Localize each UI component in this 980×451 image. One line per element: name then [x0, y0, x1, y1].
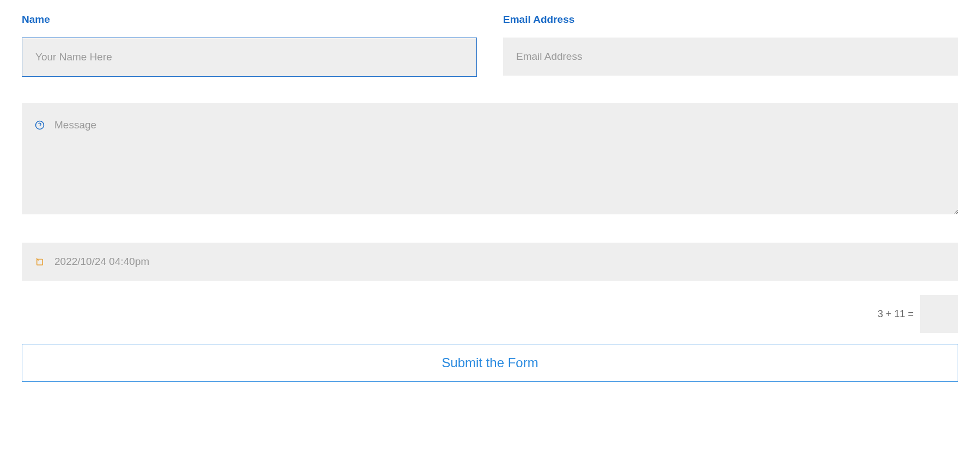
help-icon[interactable]: [35, 120, 45, 130]
calendar-icon[interactable]: [35, 257, 45, 267]
captcha-question: 3 + 11 =: [878, 308, 914, 320]
submit-button[interactable]: Submit the Form: [22, 344, 958, 382]
message-field-group: [22, 103, 958, 217]
message-textarea[interactable]: [22, 103, 958, 214]
datetime-field-group: [22, 243, 958, 281]
datetime-input[interactable]: [22, 243, 958, 281]
name-input[interactable]: [22, 38, 477, 77]
email-input[interactable]: [503, 38, 958, 76]
name-label: Name: [22, 14, 477, 26]
captcha-group: 3 + 11 =: [22, 295, 958, 333]
email-label: Email Address: [503, 14, 958, 26]
email-field-group: Email Address: [503, 14, 958, 77]
name-field-group: Name: [22, 14, 477, 77]
captcha-input[interactable]: [920, 295, 958, 333]
